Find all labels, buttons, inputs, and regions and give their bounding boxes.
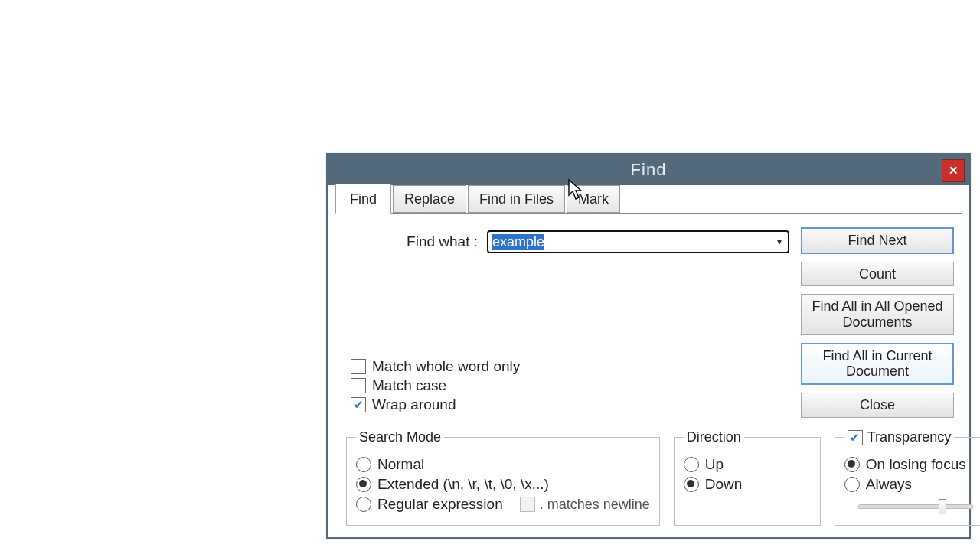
find-what-combo[interactable]: ▾ (487, 230, 789, 253)
search-mode-normal[interactable]: Normal (356, 456, 650, 473)
close-icon[interactable]: ✕ (942, 159, 965, 182)
find-what-input[interactable] (487, 230, 789, 253)
tab-mark[interactable]: Mark (567, 185, 620, 213)
direction-group: Direction Up Down (674, 429, 821, 526)
find-what-label: Find what : (340, 233, 478, 250)
checkbox-icon (351, 359, 366, 374)
transparency-group: ✔ Transparency On losing focus Always (835, 429, 980, 526)
find-all-opened-button[interactable]: Find All in All Opened Documents (801, 294, 954, 334)
wrap-around-label: Wrap around (372, 396, 456, 413)
checkbox-icon (520, 497, 535, 512)
close-glyph: ✕ (949, 164, 959, 178)
tab-replace[interactable]: Replace (393, 185, 466, 213)
search-mode-regex[interactable]: Regular expression . matches newline (356, 496, 650, 513)
slider-track (858, 504, 973, 509)
radio-icon (684, 457, 699, 472)
tab-find[interactable]: Find (335, 184, 391, 214)
wrap-around-checkbox[interactable]: ✔ Wrap around (351, 396, 520, 413)
transparency-slider[interactable] (858, 499, 973, 513)
transparency-legend[interactable]: ✔ Transparency (844, 429, 954, 445)
direction-down[interactable]: Down (684, 476, 811, 493)
slider-thumb[interactable] (939, 499, 946, 514)
search-mode-group: Search Mode Normal Extended (\n, \r, \t,… (346, 429, 660, 526)
window-title: Find (328, 160, 969, 180)
match-case-label: Match case (372, 377, 446, 394)
whole-word-checkbox[interactable]: Match whole word only (351, 358, 520, 375)
direction-legend: Direction (684, 429, 744, 445)
title-bar[interactable]: Find ✕ (328, 155, 969, 185)
checkbox-icon: ✔ (351, 397, 366, 412)
match-case-checkbox[interactable]: Match case (351, 377, 520, 394)
find-dialog: Find ✕ Find Replace Find in Files Mark F… (326, 153, 971, 539)
dot-matches-newline-checkbox[interactable]: . matches newline (520, 497, 650, 513)
find-next-button[interactable]: Find Next (801, 227, 954, 254)
radio-icon (356, 457, 371, 472)
checkbox-icon: ✔ (848, 430, 863, 445)
checkbox-icon (351, 378, 366, 393)
tab-strip: Find Replace Find in Files Mark (335, 184, 962, 214)
radio-icon (684, 477, 699, 492)
radio-icon (844, 457, 860, 472)
tab-find-in-files[interactable]: Find in Files (468, 185, 565, 213)
close-button[interactable]: Close (801, 393, 954, 418)
search-mode-legend: Search Mode (356, 429, 444, 445)
radio-icon (356, 477, 371, 492)
radio-icon (844, 477, 860, 492)
search-mode-extended[interactable]: Extended (\n, \r, \t, \0, \x...) (356, 476, 650, 493)
transparency-always[interactable]: Always (844, 476, 980, 493)
whole-word-label: Match whole word only (372, 358, 520, 375)
direction-up[interactable]: Up (684, 456, 811, 473)
find-all-current-button[interactable]: Find All in Current Document (801, 343, 954, 385)
count-button[interactable]: Count (801, 262, 954, 287)
chevron-down-icon[interactable]: ▾ (771, 232, 788, 252)
transparency-on-losing-focus[interactable]: On losing focus (844, 456, 980, 473)
radio-icon (356, 497, 371, 512)
